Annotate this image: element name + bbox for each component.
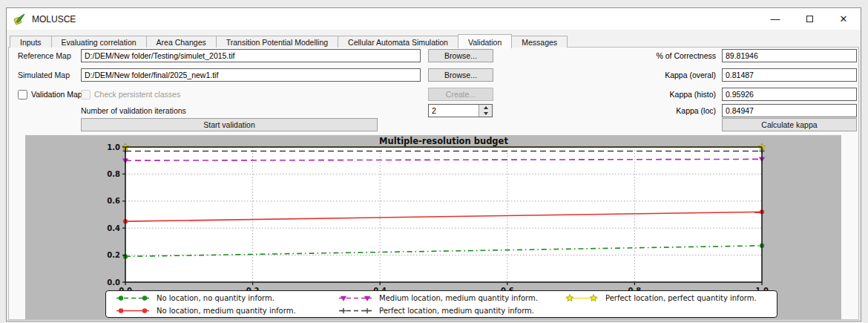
close-icon: ✕ xyxy=(840,13,848,25)
svg-text:0.2: 0.2 xyxy=(107,251,120,259)
metric-value-field[interactable] xyxy=(722,88,857,101)
window-title: MOLUSCE xyxy=(32,14,76,25)
title-bar: MOLUSCE — ✕ xyxy=(7,8,861,30)
minimize-button[interactable]: — xyxy=(758,8,792,30)
legend-label: No location, no quantity inform. xyxy=(157,294,274,302)
legend-marker-plus-icon xyxy=(338,306,373,316)
metric-row: Kappa (overal) xyxy=(528,68,858,82)
legend-marker-star-icon xyxy=(564,293,599,303)
check-persistent-classes-checkbox: Check persistent classes xyxy=(81,88,180,101)
svg-text:0.4: 0.4 xyxy=(107,224,120,232)
legend-label: No location, medium quantity inform. xyxy=(157,307,296,315)
simulated-map-label: Simulated Map xyxy=(18,68,70,82)
metric-label: % of Correctness xyxy=(528,49,716,62)
reference-map-input[interactable] xyxy=(81,49,421,62)
check-persistent-classes-checkbox-input xyxy=(81,90,91,99)
tab-inputs[interactable]: Inputs xyxy=(10,36,52,48)
calculate-kappa-button[interactable]: Calculate kappa xyxy=(722,118,857,131)
metric-row: Kappa (loc) xyxy=(528,104,858,117)
simulated-map-input[interactable] xyxy=(81,68,421,82)
svg-text:0.8: 0.8 xyxy=(107,170,120,178)
tab-transition-potential-modelling[interactable]: Transition Potential Modelling xyxy=(216,36,338,48)
legend-marker-circle-icon xyxy=(115,293,151,303)
start-validation-button[interactable]: Start validation xyxy=(81,118,378,131)
create-button: Create... xyxy=(428,88,493,101)
validation-map-checkbox-input[interactable] xyxy=(18,90,27,99)
reference-browse-button[interactable]: Browse... xyxy=(428,49,493,62)
tab-cellular-automata-simulation[interactable]: Cellular Automata Simulation xyxy=(338,36,458,48)
legend-item: No location, no quantity inform. xyxy=(115,293,274,303)
metric-label: Kappa (loc) xyxy=(528,104,716,117)
maximize-icon xyxy=(806,16,813,22)
molusce-window: MOLUSCE — ✕ InputsEvaluating correlation… xyxy=(6,7,861,322)
legend-label: Perfect location, perfect quantity infor… xyxy=(605,294,757,302)
svg-text:0.0: 0.0 xyxy=(107,278,120,287)
svg-text:0.6: 0.6 xyxy=(107,197,120,205)
iterations-spinbox xyxy=(428,104,493,117)
tab-validation[interactable]: Validation xyxy=(458,34,512,48)
chart-legend: No location, no quantity inform.No locat… xyxy=(105,290,777,318)
metric-label: Kappa (overal) xyxy=(528,68,716,82)
iterations-label: Number of validation iterations xyxy=(81,104,186,117)
svg-text:1.0: 1.0 xyxy=(107,143,120,151)
chart-title: Multiple-resolution budget xyxy=(125,136,762,146)
maximize-button[interactable] xyxy=(792,8,826,30)
legend-item: No location, medium quantity inform. xyxy=(115,306,296,316)
minimize-icon: — xyxy=(771,13,780,25)
legend-marker-triangle-down-icon xyxy=(338,293,373,303)
spin-down-icon xyxy=(484,112,488,115)
metric-label: Kappa (histo) xyxy=(528,88,716,101)
tab-area-changes[interactable]: Area Changes xyxy=(146,36,217,48)
legend-item: Perfect location, perfect quantity infor… xyxy=(564,293,757,303)
legend-item: Perfect location, medium quantity inform… xyxy=(338,306,534,316)
metric-value-field[interactable] xyxy=(722,68,857,82)
legend-label: Medium location, medium quantity inform. xyxy=(379,294,538,302)
iterations-input[interactable] xyxy=(429,105,478,117)
legend-item: Medium location, medium quantity inform. xyxy=(338,293,538,303)
tab-evaluating-correlation[interactable]: Evaluating correlation xyxy=(51,36,147,48)
metric-value-field[interactable] xyxy=(722,49,857,62)
metric-row: % of Correctness xyxy=(528,49,858,62)
spin-up-icon xyxy=(484,106,488,109)
metric-row: Kappa (histo) xyxy=(528,88,858,101)
spin-down-button[interactable] xyxy=(479,111,492,117)
tab-messages[interactable]: Messages xyxy=(511,36,568,48)
tab-bar: InputsEvaluating correlationArea Changes… xyxy=(10,34,567,48)
app-icon xyxy=(13,13,26,25)
legend-label: Perfect location, medium quantity inform… xyxy=(379,307,534,315)
simulated-browse-button[interactable]: Browse... xyxy=(428,68,493,82)
metric-value-field[interactable] xyxy=(722,104,857,117)
reference-map-label: Reference Map xyxy=(18,49,71,62)
legend-marker-circle-icon xyxy=(115,306,151,316)
validation-map-checkbox[interactable]: Validation Map xyxy=(18,88,82,101)
chart-panel: 0.00.20.40.60.81.00.00.20.40.60.81.0 Mul… xyxy=(25,135,841,319)
validation-pane: Reference Map Browse... Simulated Map Br… xyxy=(8,47,859,320)
spin-up-button[interactable] xyxy=(479,105,492,111)
close-button[interactable]: ✕ xyxy=(826,8,861,30)
